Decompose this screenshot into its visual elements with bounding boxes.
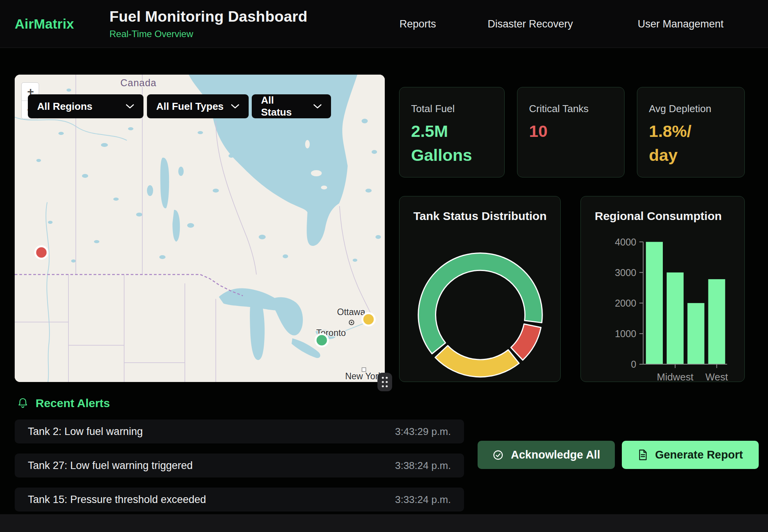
filter-regions-dropdown[interactable]: All Regions xyxy=(28,94,143,118)
alert-row[interactable]: Tank 27: Low fuel warning triggered 3:38… xyxy=(15,454,464,477)
acknowledge-all-label: Acknowledge All xyxy=(511,448,600,461)
regional-consumption-card: Regional Consumption 01000200030004000Mi… xyxy=(580,196,745,382)
stat-label: Critical Tanks xyxy=(529,103,589,115)
stat-card-avg-depletion: Avg Depletion 1.8%/ day xyxy=(637,87,745,177)
stat-label: Total Fuel xyxy=(411,103,455,115)
alert-time: 3:38:24 p.m. xyxy=(395,460,451,472)
svg-text:Midwest: Midwest xyxy=(657,372,693,382)
map-label-canada: Canada xyxy=(120,77,157,88)
check-circle-icon xyxy=(492,449,504,461)
filter-status-value: All Status xyxy=(261,94,306,118)
acknowledge-all-button[interactable]: Acknowledge All xyxy=(478,441,615,469)
filter-fueltypes-value: All Fuel Types xyxy=(156,101,224,113)
alert-text: Tank 27: Low fuel warning triggered xyxy=(28,460,193,472)
svg-text:3000: 3000 xyxy=(615,267,636,278)
tank-marker-critical[interactable] xyxy=(35,246,48,259)
filter-regions-value: All Regions xyxy=(37,101,92,113)
brand-logo: AirMatrix xyxy=(15,0,74,48)
nav-user-management[interactable]: User Management xyxy=(638,0,724,48)
tank-marker-warning[interactable] xyxy=(362,313,375,326)
nav-disaster-recovery[interactable]: Disaster Recovery xyxy=(488,0,573,48)
stat-value-avg-depletion: 1.8%/ day xyxy=(649,119,691,167)
alert-text: Tank 15: Pressure threshold exceeded xyxy=(28,494,206,506)
chevron-down-icon xyxy=(231,104,239,109)
svg-text:West: West xyxy=(705,372,728,382)
map-resize-handle[interactable] xyxy=(377,373,392,391)
alerts-title: Recent Alerts xyxy=(36,397,110,410)
page-title: Fuel Monitoring Dashboard xyxy=(109,8,307,25)
stat-card-total-fuel: Total Fuel 2.5M Gallons xyxy=(399,87,505,177)
filter-fueltypes-dropdown[interactable]: All Fuel Types xyxy=(147,94,249,118)
alert-time: 3:33:24 p.m. xyxy=(395,494,451,506)
svg-text:1000: 1000 xyxy=(615,328,636,339)
title-block: Fuel Monitoring Dashboard Real-Time Over… xyxy=(109,8,307,39)
alerts-header: Recent Alerts xyxy=(17,397,110,410)
filter-status-dropdown[interactable]: All Status xyxy=(252,94,331,118)
tank-marker-normal[interactable] xyxy=(316,334,328,346)
page-subtitle: Real-Time Overview xyxy=(109,29,307,39)
nav-reports[interactable]: Reports xyxy=(399,0,436,48)
generate-report-button[interactable]: Generate Report xyxy=(622,441,759,469)
map-canvas[interactable]: Canada Ottawa Toronto New York xyxy=(15,75,385,382)
stat-value-total-fuel: 2.5M Gallons xyxy=(411,119,472,167)
map-label-ottawa: Ottawa xyxy=(337,307,365,317)
stat-value-critical-tanks: 10 xyxy=(529,119,548,143)
chevron-down-icon xyxy=(313,104,322,109)
alert-text: Tank 2: Low fuel warning xyxy=(28,426,143,438)
dashboard-root: AirMatrix Fuel Monitoring Dashboard Real… xyxy=(0,0,768,532)
drag-dots-icon xyxy=(380,375,389,389)
stat-label: Avg Depletion xyxy=(649,103,711,115)
svg-text:0: 0 xyxy=(631,359,636,370)
tank-status-card: Tank Status Distribution xyxy=(399,196,561,382)
bell-icon xyxy=(17,397,29,409)
town-dot-ottawa xyxy=(351,322,352,323)
map-panel[interactable]: Canada Ottawa Toronto New York + − All R… xyxy=(15,75,385,382)
generate-report-label: Generate Report xyxy=(655,448,743,461)
header: AirMatrix Fuel Monitoring Dashboard Real… xyxy=(0,0,768,48)
svg-text:2000: 2000 xyxy=(615,298,636,309)
alert-row[interactable]: Tank 2: Low fuel warning 3:43:29 p.m. xyxy=(15,419,464,443)
svg-text:4000: 4000 xyxy=(615,237,636,247)
regional-consumption-bar-chart: 01000200030004000MidwestWest xyxy=(581,196,744,382)
alert-row[interactable]: Tank 15: Pressure threshold exceeded 3:3… xyxy=(15,488,464,512)
stat-card-critical-tanks: Critical Tanks 10 xyxy=(517,87,625,177)
alert-time: 3:43:29 p.m. xyxy=(395,426,451,438)
tank-status-donut-chart xyxy=(399,196,560,382)
bottom-bar xyxy=(0,514,768,532)
chevron-down-icon xyxy=(126,104,134,109)
document-icon xyxy=(638,449,648,461)
